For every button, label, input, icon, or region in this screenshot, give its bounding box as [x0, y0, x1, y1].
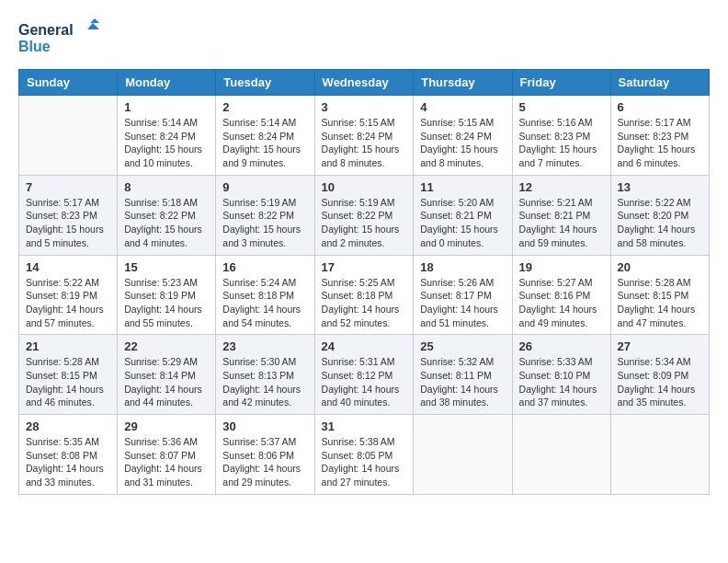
day-info: Sunrise: 5:36 AM Sunset: 8:07 PM Dayligh… — [124, 435, 209, 489]
day-info: Sunrise: 5:17 AM Sunset: 8:23 PM Dayligh… — [26, 196, 110, 250]
day-number: 30 — [222, 419, 307, 433]
day-info: Sunrise: 5:20 AM Sunset: 8:21 PM Dayligh… — [420, 196, 505, 250]
day-number: 12 — [519, 180, 604, 194]
day-number: 7 — [26, 180, 110, 194]
calendar-cell: 1Sunrise: 5:14 AM Sunset: 8:24 PM Daylig… — [118, 96, 216, 176]
calendar-cell — [512, 415, 610, 495]
calendar-cell — [19, 96, 118, 176]
day-number: 6 — [618, 100, 702, 114]
day-number: 27 — [618, 339, 702, 353]
calendar-cell — [610, 415, 709, 495]
day-info: Sunrise: 5:23 AM Sunset: 8:19 PM Dayligh… — [124, 276, 209, 330]
day-number: 19 — [519, 260, 604, 274]
day-number: 10 — [322, 180, 407, 194]
day-number: 29 — [124, 419, 209, 433]
day-number: 13 — [618, 180, 702, 194]
day-info: Sunrise: 5:15 AM Sunset: 8:24 PM Dayligh… — [322, 116, 407, 170]
header: General Blue — [18, 18, 710, 60]
day-info: Sunrise: 5:15 AM Sunset: 8:24 PM Dayligh… — [420, 116, 505, 170]
calendar-cell: 30Sunrise: 5:37 AM Sunset: 8:06 PM Dayli… — [216, 415, 314, 495]
calendar-cell: 31Sunrise: 5:38 AM Sunset: 8:05 PM Dayli… — [314, 415, 414, 495]
calendar-cell: 10Sunrise: 5:19 AM Sunset: 8:22 PM Dayli… — [314, 175, 414, 255]
logo: General Blue — [18, 18, 101, 60]
day-info: Sunrise: 5:29 AM Sunset: 8:14 PM Dayligh… — [124, 355, 209, 409]
day-number: 9 — [222, 180, 307, 194]
calendar-cell: 4Sunrise: 5:15 AM Sunset: 8:24 PM Daylig… — [414, 96, 512, 176]
day-number: 15 — [124, 260, 209, 274]
calendar-cell: 28Sunrise: 5:35 AM Sunset: 8:08 PM Dayli… — [19, 415, 118, 495]
day-info: Sunrise: 5:22 AM Sunset: 8:20 PM Dayligh… — [618, 196, 702, 250]
calendar-cell: 3Sunrise: 5:15 AM Sunset: 8:24 PM Daylig… — [314, 96, 414, 176]
day-info: Sunrise: 5:19 AM Sunset: 8:22 PM Dayligh… — [222, 196, 307, 250]
calendar-cell: 17Sunrise: 5:25 AM Sunset: 8:18 PM Dayli… — [314, 255, 414, 335]
calendar-cell — [414, 415, 512, 495]
column-header-wednesday: Wednesday — [314, 70, 414, 96]
calendar-header-row: SundayMondayTuesdayWednesdayThursdayFrid… — [19, 70, 710, 96]
calendar-cell: 2Sunrise: 5:14 AM Sunset: 8:24 PM Daylig… — [216, 96, 314, 176]
calendar-cell: 19Sunrise: 5:27 AM Sunset: 8:16 PM Dayli… — [512, 255, 610, 335]
calendar-cell: 12Sunrise: 5:21 AM Sunset: 8:21 PM Dayli… — [512, 175, 610, 255]
svg-marker-3 — [87, 23, 99, 29]
day-info: Sunrise: 5:19 AM Sunset: 8:22 PM Dayligh… — [322, 196, 407, 250]
day-info: Sunrise: 5:26 AM Sunset: 8:17 PM Dayligh… — [420, 276, 505, 330]
calendar-cell: 16Sunrise: 5:24 AM Sunset: 8:18 PM Dayli… — [216, 255, 314, 335]
day-number: 17 — [322, 260, 407, 274]
day-number: 22 — [124, 339, 209, 353]
column-header-friday: Friday — [512, 70, 610, 96]
day-info: Sunrise: 5:14 AM Sunset: 8:24 PM Dayligh… — [222, 116, 307, 170]
logo-svg: General Blue — [18, 18, 101, 60]
day-info: Sunrise: 5:18 AM Sunset: 8:22 PM Dayligh… — [124, 196, 209, 250]
day-info: Sunrise: 5:14 AM Sunset: 8:24 PM Dayligh… — [124, 116, 209, 170]
day-number: 21 — [26, 339, 110, 353]
calendar-cell: 13Sunrise: 5:22 AM Sunset: 8:20 PM Dayli… — [610, 175, 709, 255]
day-info: Sunrise: 5:22 AM Sunset: 8:19 PM Dayligh… — [26, 276, 110, 330]
day-number: 8 — [124, 180, 209, 194]
day-number: 28 — [26, 419, 110, 433]
calendar-week-row: 1Sunrise: 5:14 AM Sunset: 8:24 PM Daylig… — [19, 96, 710, 176]
day-number: 11 — [420, 180, 505, 194]
day-info: Sunrise: 5:33 AM Sunset: 8:10 PM Dayligh… — [519, 355, 604, 409]
calendar-cell: 6Sunrise: 5:17 AM Sunset: 8:23 PM Daylig… — [610, 96, 709, 176]
day-info: Sunrise: 5:21 AM Sunset: 8:21 PM Dayligh… — [519, 196, 604, 250]
calendar-cell: 15Sunrise: 5:23 AM Sunset: 8:19 PM Dayli… — [118, 255, 216, 335]
day-info: Sunrise: 5:28 AM Sunset: 8:15 PM Dayligh… — [26, 355, 110, 409]
calendar-week-row: 28Sunrise: 5:35 AM Sunset: 8:08 PM Dayli… — [19, 415, 710, 495]
day-number: 18 — [420, 260, 505, 274]
calendar-cell: 20Sunrise: 5:28 AM Sunset: 8:15 PM Dayli… — [610, 255, 709, 335]
column-header-saturday: Saturday — [610, 70, 709, 96]
svg-text:General: General — [18, 22, 74, 38]
calendar-cell: 14Sunrise: 5:22 AM Sunset: 8:19 PM Dayli… — [19, 255, 118, 335]
calendar-cell: 8Sunrise: 5:18 AM Sunset: 8:22 PM Daylig… — [118, 175, 216, 255]
day-number: 5 — [519, 100, 604, 114]
day-number: 1 — [124, 100, 209, 114]
calendar-week-row: 21Sunrise: 5:28 AM Sunset: 8:15 PM Dayli… — [19, 335, 710, 415]
day-info: Sunrise: 5:25 AM Sunset: 8:18 PM Dayligh… — [322, 276, 407, 330]
day-number: 16 — [222, 260, 307, 274]
calendar-cell: 11Sunrise: 5:20 AM Sunset: 8:21 PM Dayli… — [414, 175, 512, 255]
day-info: Sunrise: 5:17 AM Sunset: 8:23 PM Dayligh… — [618, 116, 702, 170]
calendar-cell: 26Sunrise: 5:33 AM Sunset: 8:10 PM Dayli… — [512, 335, 610, 415]
svg-marker-2 — [90, 18, 99, 23]
day-number: 31 — [322, 419, 407, 433]
calendar-cell: 24Sunrise: 5:31 AM Sunset: 8:12 PM Dayli… — [314, 335, 414, 415]
day-number: 4 — [420, 100, 505, 114]
day-info: Sunrise: 5:35 AM Sunset: 8:08 PM Dayligh… — [26, 435, 110, 489]
svg-text:Blue: Blue — [18, 39, 51, 54]
day-number: 14 — [26, 260, 110, 274]
day-number: 2 — [222, 100, 307, 114]
day-number: 20 — [618, 260, 702, 274]
day-info: Sunrise: 5:38 AM Sunset: 8:05 PM Dayligh… — [322, 435, 407, 489]
day-info: Sunrise: 5:27 AM Sunset: 8:16 PM Dayligh… — [519, 276, 604, 330]
day-info: Sunrise: 5:32 AM Sunset: 8:11 PM Dayligh… — [420, 355, 505, 409]
day-info: Sunrise: 5:30 AM Sunset: 8:13 PM Dayligh… — [222, 355, 307, 409]
calendar-cell: 21Sunrise: 5:28 AM Sunset: 8:15 PM Dayli… — [19, 335, 118, 415]
calendar-cell: 18Sunrise: 5:26 AM Sunset: 8:17 PM Dayli… — [414, 255, 512, 335]
calendar-cell: 5Sunrise: 5:16 AM Sunset: 8:23 PM Daylig… — [512, 96, 610, 176]
calendar-cell: 27Sunrise: 5:34 AM Sunset: 8:09 PM Dayli… — [610, 335, 709, 415]
column-header-thursday: Thursday — [414, 70, 512, 96]
calendar-cell: 22Sunrise: 5:29 AM Sunset: 8:14 PM Dayli… — [118, 335, 216, 415]
calendar-cell: 29Sunrise: 5:36 AM Sunset: 8:07 PM Dayli… — [118, 415, 216, 495]
calendar: SundayMondayTuesdayWednesdayThursdayFrid… — [18, 69, 710, 495]
day-info: Sunrise: 5:24 AM Sunset: 8:18 PM Dayligh… — [222, 276, 307, 330]
calendar-cell: 7Sunrise: 5:17 AM Sunset: 8:23 PM Daylig… — [19, 175, 118, 255]
